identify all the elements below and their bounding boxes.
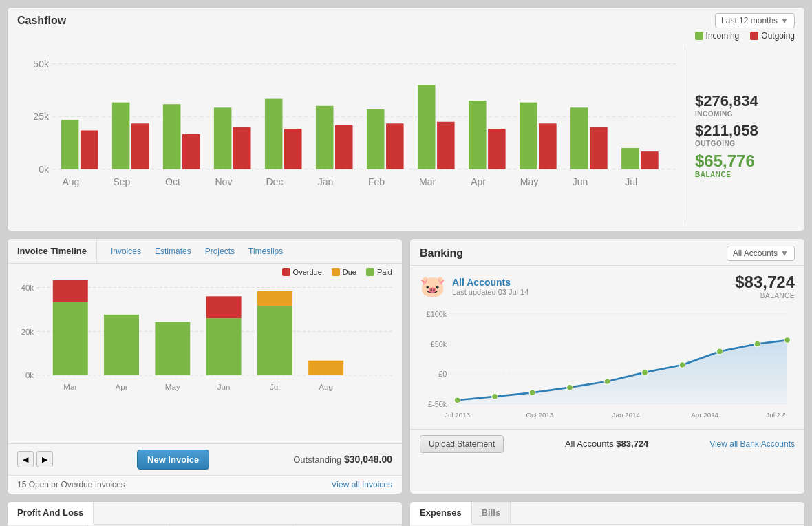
- cashflow-title: Cashflow: [17, 14, 66, 27]
- outgoing-legend-label: Outgoing: [761, 31, 795, 41]
- next-period-button[interactable]: ▶: [36, 451, 53, 467]
- svg-text:£100k: £100k: [427, 311, 447, 319]
- svg-point-75: [567, 385, 573, 391]
- profit-loss-tab[interactable]: Profit And Loss: [8, 502, 94, 525]
- svg-text:50k: 50k: [33, 59, 50, 70]
- svg-rect-10: [163, 104, 181, 169]
- upload-statement-button[interactable]: Upload Statement: [420, 435, 504, 453]
- svg-point-78: [679, 362, 685, 368]
- svg-text:Mar: Mar: [63, 382, 77, 391]
- tab-projects[interactable]: Projects: [198, 240, 242, 263]
- dashboard: Cashflow Last 12 months ▼ Incoming Outgo…: [7, 7, 805, 526]
- svg-rect-9: [131, 123, 149, 169]
- svg-point-81: [784, 337, 791, 344]
- invoice-nav: ◀ ▶: [17, 451, 53, 467]
- svg-rect-29: [641, 151, 659, 169]
- svg-text:£-50k: £-50k: [428, 400, 447, 408]
- banking-footer: Upload Statement All Accounts $83,724 Vi…: [410, 429, 804, 459]
- outstanding-text: Outstanding $30,048.00: [293, 454, 392, 465]
- banking-period-label: All Accounts: [733, 249, 778, 258]
- all-accounts-total: All Accounts $83,724: [565, 439, 648, 449]
- svg-text:May: May: [165, 382, 180, 391]
- outgoing-value: $211,058: [695, 122, 785, 140]
- banking-svg: £100k £50k £0 £-50k: [420, 306, 795, 426]
- due-legend-box: [332, 268, 340, 276]
- invoice-bottom-bar: 15 Open or Overdue Invoices View all Inv…: [8, 475, 402, 494]
- svg-rect-18: [367, 109, 385, 169]
- svg-rect-49: [53, 280, 88, 302]
- svg-rect-6: [61, 120, 79, 169]
- account-details: All Accounts Last updated 03 Jul 14: [452, 277, 528, 296]
- new-invoice-button[interactable]: New Invoice: [137, 450, 209, 470]
- expenses-card: Expenses Bills 02 JUL Travel in own car …: [409, 501, 805, 526]
- svg-rect-55: [257, 291, 292, 306]
- svg-text:Jan 2014: Jan 2014: [612, 412, 641, 419]
- svg-rect-51: [155, 322, 190, 375]
- period-selector[interactable]: Last 12 months ▼: [715, 13, 795, 28]
- banking-card: Banking All Accounts ▼ 🐷 All Accounts La…: [409, 238, 805, 494]
- svg-point-72: [454, 397, 460, 403]
- svg-text:Apr 2014: Apr 2014: [691, 412, 718, 419]
- svg-rect-53: [206, 297, 242, 319]
- svg-rect-54: [257, 306, 292, 375]
- svg-point-77: [642, 370, 648, 376]
- profit-loss-card: Profit And Loss Income Expenses Operatin…: [7, 501, 403, 526]
- balance-stat: $65,776 BALANCE: [695, 151, 785, 178]
- svg-text:Apr: Apr: [115, 382, 127, 391]
- invoice-header: Invoice Timeline Invoices Estimates Proj…: [8, 239, 402, 264]
- svg-rect-15: [284, 129, 302, 169]
- svg-rect-22: [469, 101, 487, 169]
- cashflow-svg: 50k 25k 0k: [17, 46, 685, 222]
- svg-rect-8: [112, 103, 130, 169]
- incoming-legend-box: [695, 32, 703, 40]
- svg-text:Jul: Jul: [625, 176, 637, 187]
- balance-value: $83,724: [735, 273, 795, 292]
- invoice-svg: 40k 20k 0k: [8, 280, 402, 441]
- due-legend-label: Due: [343, 268, 356, 276]
- invoice-chart: 40k 20k 0k: [8, 280, 402, 443]
- chevron-down-icon: ▼: [780, 249, 789, 258]
- account-updated: Last updated 03 Jul 14: [452, 288, 528, 296]
- invoice-legend: Overdue Due Paid: [8, 264, 402, 280]
- bills-tab[interactable]: Bills: [472, 502, 511, 524]
- svg-text:Jul 2↗: Jul 2↗: [766, 412, 786, 419]
- svg-rect-13: [233, 127, 251, 169]
- all-accounts-value: $83,724: [616, 439, 648, 449]
- open-invoices-count: 15 Open or Overdue Invoices: [17, 480, 125, 490]
- banking-period-selector[interactable]: All Accounts ▼: [727, 246, 795, 261]
- tab-invoices[interactable]: Invoices: [104, 240, 148, 263]
- outgoing-legend: Outgoing: [750, 31, 795, 41]
- svg-text:£0: £0: [438, 370, 447, 379]
- overdue-legend-label: Overdue: [293, 268, 322, 276]
- account-info: 🐷 All Accounts Last updated 03 Jul 14 $8…: [410, 266, 804, 306]
- cashflow-card: Cashflow Last 12 months ▼ Incoming Outgo…: [7, 7, 805, 231]
- account-left: 🐷 All Accounts Last updated 03 Jul 14: [420, 274, 528, 298]
- svg-text:Feb: Feb: [368, 176, 385, 187]
- tab-estimates[interactable]: Estimates: [148, 240, 198, 263]
- middle-row: Invoice Timeline Invoices Estimates Proj…: [7, 238, 805, 494]
- view-all-invoices-link[interactable]: View all Invoices: [332, 480, 393, 490]
- svg-rect-19: [386, 123, 404, 169]
- cashflow-body: 50k 25k 0k: [8, 41, 804, 231]
- view-all-bank-accounts-link[interactable]: View all Bank Accounts: [709, 439, 795, 449]
- outstanding-value: $30,048.00: [344, 454, 392, 465]
- svg-text:Mar: Mar: [419, 176, 436, 187]
- svg-rect-27: [590, 127, 608, 169]
- svg-text:0k: 0k: [39, 164, 50, 175]
- overdue-legend: Overdue: [282, 268, 322, 276]
- prev-period-button[interactable]: ◀: [17, 451, 34, 467]
- banking-title: Banking: [420, 247, 463, 260]
- expenses-tab[interactable]: Expenses: [410, 502, 472, 525]
- period-label: Last 12 months: [721, 16, 778, 25]
- invoice-card: Invoice Timeline Invoices Estimates Proj…: [7, 238, 403, 494]
- svg-text:Jan: Jan: [318, 176, 334, 187]
- incoming-legend: Incoming: [695, 31, 740, 41]
- svg-text:0k: 0k: [25, 370, 34, 379]
- tab-timeslips[interactable]: Timeslips: [242, 240, 290, 263]
- svg-rect-23: [488, 129, 506, 169]
- svg-rect-50: [104, 315, 139, 375]
- cashflow-stats: $276,834 INCOMING $211,058 OUTGOING $65,…: [685, 46, 795, 224]
- bottom-row: Profit And Loss Income Expenses Operatin…: [7, 501, 805, 526]
- svg-rect-12: [214, 107, 232, 169]
- svg-text:£50k: £50k: [431, 340, 447, 348]
